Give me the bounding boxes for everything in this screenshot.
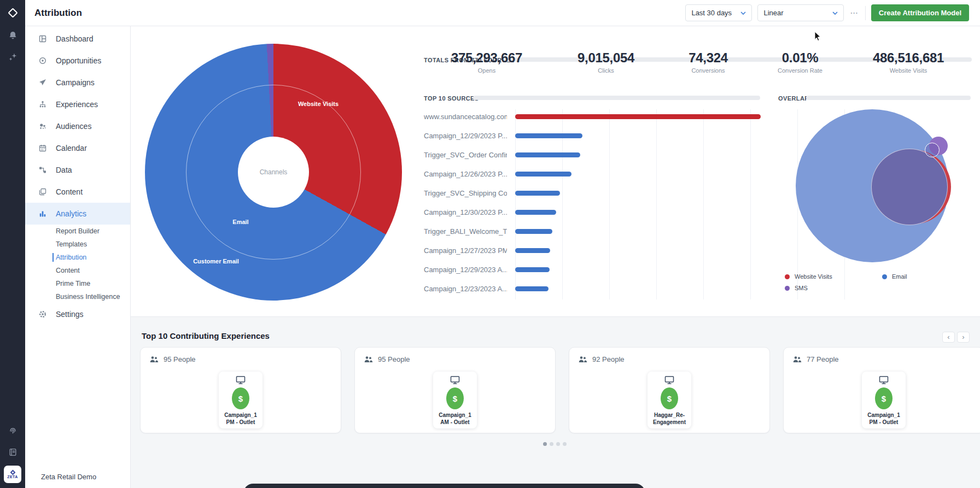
experience-card[interactable]: 95 People $ Campaign_1 PM - Outlet [140, 347, 341, 433]
model-type-select[interactable]: Linear [757, 4, 844, 21]
experience-label: Campaign_1 PM - Outlet [867, 412, 900, 426]
source-row: Campaign_12/29/2023 A... [424, 260, 845, 279]
source-link[interactable]: Campaign_12/23/2023 A... [424, 285, 507, 293]
sidebar-item-data[interactable]: Data [25, 159, 130, 181]
sidebar-label: Data [56, 166, 72, 174]
source-link[interactable]: Trigger_SVC_Order Confir... [424, 151, 507, 159]
bar-track [515, 210, 845, 215]
top-sources-list: www.sundancecatalog.com Campaign_12/29/2… [424, 107, 845, 298]
bottom-sheet-edge [243, 484, 645, 488]
source-link[interactable]: Campaign_12/29/2023 P... [424, 132, 507, 140]
create-attribution-model-button[interactable]: Create Attribution Model [871, 4, 969, 21]
workspace-name: Zeta Retail Demo [41, 473, 96, 481]
sidebar-item-settings[interactable]: Settings [25, 303, 130, 325]
zeta-logo-icon[interactable] [0, 9, 25, 16]
people-icon [364, 356, 373, 363]
sidebar-label: Content [56, 187, 83, 196]
stat-label: Conversion Rate [778, 67, 822, 74]
sidebar-item-dashboard[interactable]: Dashboard [25, 28, 130, 50]
source-bar [515, 152, 580, 157]
source-bar [515, 133, 582, 138]
sidebar-label: Calendar [56, 144, 87, 152]
donut-label-customer-email: Customer Email [193, 258, 239, 264]
source-bar [515, 210, 556, 215]
audience-dots-icon [38, 122, 47, 131]
analytics-submenu: Report Builder Templates Attribution Con… [25, 225, 130, 303]
source-link[interactable]: Campaign_12/27/2023 PM... [424, 246, 507, 255]
top-sources-header-rule [473, 96, 760, 100]
carousel-prev-button[interactable]: ‹ [942, 332, 955, 343]
calendar-icon [38, 144, 47, 152]
sidebar-label: Campaigns [56, 78, 95, 87]
channels-donut[interactable]: Website Visits Email Customer Email Chan… [145, 44, 402, 301]
source-row: Campaign_12/26/2023 P... [424, 164, 845, 184]
source-link[interactable]: Campaign_12/30/2023 P... [424, 208, 507, 216]
source-link[interactable]: Campaign_12/26/2023 P... [424, 170, 507, 178]
source-bar [515, 286, 549, 291]
sidebar-item-opportunities[interactable]: Opportunities [25, 50, 130, 72]
subitem-report-builder[interactable]: Report Builder [25, 225, 130, 238]
sidebar-item-content[interactable]: Content [25, 181, 130, 203]
carousel-dot[interactable] [543, 442, 547, 446]
carousel-dot[interactable] [556, 442, 560, 446]
people-count: 92 People [592, 355, 625, 363]
carousel-next-button[interactable]: › [957, 332, 970, 343]
stat-conversions: 74,324 Conversions [689, 50, 728, 74]
subitem-business-intelligence[interactable]: Business Intelligence [25, 290, 130, 303]
people-count: 95 People [164, 355, 196, 363]
carousel-dot[interactable] [550, 442, 553, 446]
sidebar-item-analytics[interactable]: Analytics [25, 203, 130, 225]
experience-card[interactable]: 95 People $ Campaign_1 AM - Outlet [354, 347, 556, 433]
source-link[interactable]: www.sundancecatalog.com [424, 113, 507, 121]
experience-node[interactable]: $ Haggar_Re- Engagement [648, 372, 691, 428]
subitem-content[interactable]: Content [25, 264, 130, 277]
zeta-diamond-icon [10, 469, 15, 475]
subitem-attribution[interactable]: Attribution [25, 251, 130, 264]
donut-center-label: Channels [260, 168, 288, 176]
subitem-prime-time[interactable]: Prime Time [25, 277, 130, 290]
bar-track [515, 286, 845, 291]
source-bar [515, 114, 761, 119]
stat-label: Opens [451, 67, 522, 74]
overlap-header-rule [806, 96, 971, 100]
sidebar-item-experiences[interactable]: Experiences [25, 93, 130, 115]
gear-icon [38, 310, 47, 319]
experience-node[interactable]: $ Campaign_1 PM - Outlet [219, 372, 262, 428]
fingerprint-icon[interactable] [0, 426, 25, 435]
more-options-icon[interactable]: ••• [849, 10, 859, 15]
source-link[interactable]: Trigger_SVC_Shipping Co... [424, 189, 507, 197]
carousel-dot[interactable] [563, 442, 567, 446]
sidebar-nav: Dashboard Opportunities Campaigns Experi… [25, 26, 131, 488]
top-sources-header: TOP 10 SOURCES [424, 95, 479, 102]
docs-book-icon[interactable] [0, 448, 25, 457]
dashboard-icon [38, 34, 47, 43]
experience-card[interactable]: 92 People $ Haggar_Re- Engagement [569, 347, 770, 433]
stat-clicks: 9,015,054 Clicks [578, 50, 634, 74]
sidebar-item-calendar[interactable]: Calendar [25, 137, 130, 159]
venn-sms-overlap-lens [925, 143, 940, 157]
stat-label: Conversions [689, 67, 728, 74]
sparkles-ai-icon[interactable] [0, 52, 25, 62]
source-bar [515, 229, 552, 234]
date-range-select[interactable]: Last 30 days [685, 4, 752, 21]
experience-node[interactable]: $ Campaign_1 AM - Outlet [433, 372, 477, 428]
subitem-templates[interactable]: Templates [25, 238, 130, 251]
notifications-bell-icon[interactable] [0, 31, 25, 40]
source-row: www.sundancecatalog.com [424, 107, 845, 126]
revenue-dollar-icon: $ [446, 387, 464, 409]
people-count: 77 People [807, 355, 839, 363]
source-link[interactable]: Trigger_BALI_Welcome_T... [424, 227, 507, 236]
experience-node[interactable]: $ Campaign_1 PM - Outlet [862, 372, 906, 428]
source-bar [515, 248, 550, 253]
source-link[interactable]: Campaign_12/29/2023 A... [424, 266, 507, 274]
overlap-header: OVERLAP [778, 95, 809, 102]
sidebar-item-campaigns[interactable]: Campaigns [25, 72, 130, 93]
card-header: 95 People [364, 355, 546, 363]
stat-conversion-rate: 0.01% Conversion Rate [778, 50, 822, 74]
experience-card[interactable]: 77 People $ Campaign_1 PM - Outlet [783, 347, 980, 433]
data-flow-icon [38, 166, 47, 174]
zeta-workspace-logo[interactable]: ZETA [4, 466, 21, 483]
sidebar-item-audiences[interactable]: Audiences [25, 115, 130, 137]
date-range-value: Last 30 days [691, 9, 732, 17]
people-icon [149, 356, 159, 363]
